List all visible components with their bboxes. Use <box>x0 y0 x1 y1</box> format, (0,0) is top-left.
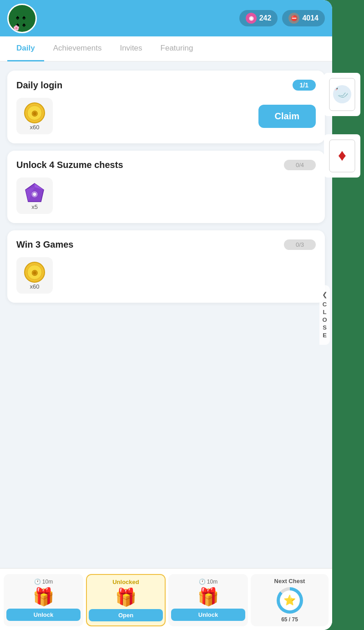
chest-item-1: 🕐 10m 🎁 Unlock <box>4 574 83 626</box>
close-panel[interactable]: ❮ CLOSE <box>319 285 330 345</box>
daily-login-progress: 1/1 <box>293 80 316 91</box>
daily-login-card: Daily login 1/1 ◉ x60 Claim <box>7 71 325 143</box>
win-games-reward-count: x60 <box>30 283 40 290</box>
svg-text:♦: ♦ <box>338 146 346 164</box>
chest1-unlock-button[interactable]: Unlock <box>6 609 81 621</box>
win-games-header: Win 3 Games 0/3 <box>16 239 316 250</box>
close-chevron-icon: ❮ <box>322 291 328 298</box>
svg-text:♠: ♠ <box>22 21 26 28</box>
chest2-icon: 🎁 <box>115 587 136 607</box>
next-chest-star-icon: ⭐ <box>283 594 296 606</box>
daily-login-reward-count: x60 <box>30 124 40 131</box>
win-games-progress: 0/3 <box>284 239 316 250</box>
chest3-timer: 🕐 10m <box>199 579 217 585</box>
win-games-title: Win 3 Games <box>16 239 73 250</box>
tab-achievements[interactable]: Achievements <box>44 36 111 61</box>
chest2-unlocked-label: Unlocked <box>112 579 139 585</box>
gray-currency-icon: ⛔ <box>288 13 299 24</box>
next-chest-progress-text: 65 / 75 <box>281 616 298 623</box>
win-games-gold-coin-icon: ◉ <box>24 261 46 283</box>
chest1-icon: 🎁 <box>33 587 54 607</box>
unlock-chests-card: Unlock 4 Suzume chests 0/4 ◉ x5 <box>7 151 325 223</box>
next-chest-inner: ⭐ <box>280 590 300 610</box>
unlock-chests-title: Unlock 4 Suzume chests <box>16 160 123 170</box>
tab-daily[interactable]: Daily <box>7 36 44 61</box>
chest-bar: 🕐 10m 🎁 Unlock Unlocked 🎁 Open 🕐 10m 🎁 U… <box>0 568 332 630</box>
header: ♠ ♠ ♠ ♠ 🌸 ◉ 242 ⛔ 4014 <box>0 0 332 36</box>
win-games-card: Win 3 Games 0/3 ◉ x60 <box>7 230 325 303</box>
tab-featuring[interactable]: Featuring <box>152 36 202 61</box>
tab-bar: Daily Achievements Invites Featuring <box>0 36 332 61</box>
chest3-unlock-button[interactable]: Unlock <box>171 609 245 621</box>
svg-text:◉: ◉ <box>31 190 38 198</box>
unlock-chests-reward: ◉ x5 <box>16 178 53 214</box>
currency-badge-gray: ⛔ 4014 <box>282 10 325 26</box>
unlock-chests-reward-count: x5 <box>31 203 38 210</box>
svg-text:♠: ♠ <box>22 14 26 21</box>
currency-badge-pink: ◉ 242 <box>239 10 278 26</box>
tab-invites[interactable]: Invites <box>111 36 151 61</box>
daily-login-reward: ◉ x60 <box>16 98 53 134</box>
unlock-chests-progress: 0/4 <box>284 160 316 170</box>
svg-text:♠: ♠ <box>16 14 20 21</box>
currency2-amount: 4014 <box>302 14 318 22</box>
avatar: ♠ ♠ ♠ ♠ 🌸 <box>7 4 37 33</box>
close-label: CLOSE <box>321 301 328 340</box>
purple-gem-icon: ◉ <box>24 182 46 203</box>
currency-area: ◉ 242 ⛔ 4014 <box>239 10 325 26</box>
chest-item-3: 🕐 10m 🎁 Unlock <box>168 574 248 626</box>
chest-item-2-unlocked: Unlocked 🎁 Open <box>86 574 166 626</box>
main-panel: ♠ ♠ ♠ ♠ 🌸 ◉ 242 ⛔ 4014 <box>0 0 332 630</box>
unlock-chests-header: Unlock 4 Suzume chests 0/4 <box>16 160 316 170</box>
claim-button[interactable]: Claim <box>258 105 316 128</box>
svg-text:◉: ◉ <box>31 269 38 276</box>
chest2-open-button[interactable]: Open <box>89 609 163 621</box>
next-chest-progress-circle: ⭐ <box>277 587 303 614</box>
svg-text:🌸: 🌸 <box>13 25 20 31</box>
pink-currency-icon: ◉ <box>246 13 257 24</box>
next-chest-label: Next Chest <box>274 578 305 584</box>
svg-text:🦢: 🦢 <box>334 85 350 100</box>
svg-text:◉: ◉ <box>31 109 38 117</box>
chest3-icon: 🎁 <box>197 587 219 607</box>
content-area: Daily login 1/1 ◉ x60 Claim Unloc <box>0 61 332 568</box>
chest1-timer: 🕐 10m <box>34 579 53 585</box>
daily-login-title: Daily login <box>16 80 62 91</box>
daily-login-header: Daily login 1/1 <box>16 80 316 91</box>
next-chest-item: Next Chest ⭐ 65 / 75 <box>251 574 329 626</box>
currency1-amount: 242 <box>259 14 272 22</box>
gold-coin-icon: ◉ <box>24 102 46 124</box>
win-games-reward: ◉ x60 <box>16 257 53 294</box>
